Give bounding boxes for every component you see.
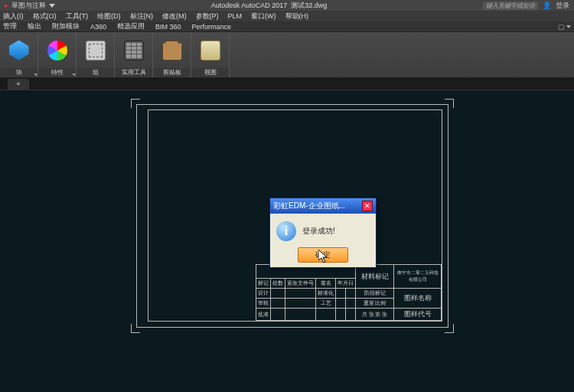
calculator-icon[interactable] [124,41,144,60]
tab-a360[interactable]: A360 [90,23,106,31]
ribbon: 块 特性 组 实用工具 剪贴板 视图 [0,32,574,78]
menu-tools[interactable]: 工具(T) [66,11,89,21]
ribbon-tab-bar: 管理 输出 附加模块 A360 精选应用 BIM 360 Performance… [0,21,574,32]
tab-addins[interactable]: 附加模块 [52,21,80,31]
group-icon[interactable] [86,41,106,60]
app-menu-icon[interactable]: ▸ [5,2,8,9]
menu-parametric[interactable]: 参数(P) [196,11,219,21]
tab-manage[interactable]: 管理 [3,21,17,31]
menu-help[interactable]: 帮助(H) [285,11,309,21]
login-label[interactable]: 登录 [556,1,569,11]
menu-insert[interactable]: 插入(I) [3,11,24,21]
menu-dimension[interactable]: 标注(N) [130,11,154,21]
panel-label-clipboard: 剪贴板 [153,68,191,77]
dialog-titlebar[interactable]: 彩虹EDM-企业图纸... ✕ [270,198,376,214]
tab-bim360[interactable]: BIM 360 [155,23,181,31]
tab-performance[interactable]: Performance [192,23,232,31]
menu-draw[interactable]: 绘图(D) [97,11,121,21]
search-input[interactable]: 键入关键字或短语 [483,2,538,10]
panel-properties: 特性 [38,32,77,77]
menu-modify[interactable]: 修改(M) [162,11,187,21]
view-icon[interactable] [201,41,220,60]
panel-group: 组 [77,32,115,77]
clipboard-icon[interactable] [162,41,182,60]
document-tabs: + [0,78,574,90]
title-bar: ▸ 草图与注释 Autodesk AutoCAD 2017 测试32.dwg 键… [0,0,574,11]
corner-mark [131,324,140,333]
panel-block: 块 [0,32,38,77]
panel-view: 视图 [191,32,230,77]
new-tab-button[interactable]: + [8,79,29,90]
panel-label-view: 视图 [191,68,229,77]
menu-window[interactable]: 窗口(W) [251,11,276,21]
user-icon[interactable]: 👤 [543,2,551,9]
panel-label-group: 组 [77,68,114,77]
corner-mark [445,99,454,108]
window-title: Autodesk AutoCAD 2017 测试32.dwg [60,1,478,11]
block-icon[interactable] [9,41,29,60]
menu-bar: 插入(I) 格式(O) 工具(T) 绘图(D) 标注(N) 修改(M) 参数(P… [0,11,574,21]
panel-label-block: 块 [0,68,38,77]
dialog-title: 彩虹EDM-企业图纸... [273,201,345,211]
dialog-message: 登录成功! [302,226,335,237]
panel-label-utilities: 实用工具 [115,68,152,77]
panel-label-properties: 特性 [38,68,76,77]
title-drawing-name: 图样名称 [394,289,442,309]
close-icon[interactable]: ✕ [362,201,373,211]
panel-utilities: 实用工具 [115,32,153,77]
title-block-table: 材料标记南宁市二零二五科技有限公司 标记处数更改文件号签名年月日 设计标准化阶段… [256,264,442,321]
quick-access: ▸ 草图与注释 [5,1,55,11]
menu-plm[interactable]: PLM [228,12,243,20]
corner-mark [131,99,140,108]
info-icon: i [276,221,296,241]
panel-expand-icon[interactable] [72,74,75,77]
tab-output[interactable]: 输出 [28,21,41,31]
menu-format[interactable]: 格式(O) [33,11,57,21]
workspace-label[interactable]: 草图与注释 [11,1,46,11]
panel-clipboard: 剪贴板 [153,32,191,77]
title-material-mark: 材料标记 [356,265,394,289]
title-drawing-code: 图样代号 [394,309,442,321]
panel-expand-icon[interactable] [34,74,37,77]
title-company: 南宁市二零二五科技有限公司 [394,265,442,289]
workspace-dropdown-icon[interactable] [49,4,55,8]
tab-featured[interactable]: 精选应用 [117,21,145,31]
corner-mark [445,324,454,333]
properties-icon[interactable] [47,41,67,60]
ribbon-minimize-icon[interactable]: ▢ [558,23,571,31]
